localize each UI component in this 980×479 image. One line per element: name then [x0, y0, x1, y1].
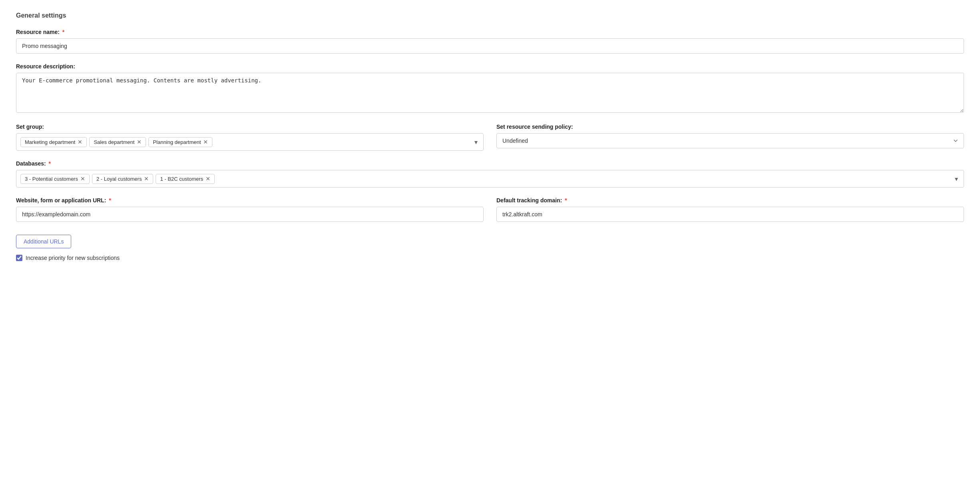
tracking-domain-required: * — [565, 197, 567, 204]
resource-description-input[interactable] — [16, 73, 964, 113]
tag-sales: Sales department ✕ — [89, 137, 146, 147]
tag-sales-label: Sales department — [94, 139, 134, 145]
tag-planning: Planning department ✕ — [148, 137, 212, 147]
databases-required: * — [49, 160, 51, 167]
group-policy-row: Set group: Marketing department ✕ Sales … — [16, 124, 964, 160]
tag-b2c-customers: 1 - B2C customers ✕ — [156, 174, 215, 184]
additional-urls-wrapper: Additional URLs — [16, 232, 964, 248]
tag-sales-close[interactable]: ✕ — [137, 139, 142, 145]
resource-name-label: Resource name: * — [16, 29, 964, 35]
section-title: General settings — [16, 12, 964, 19]
tag-potential-label: 3 - Potential customers — [25, 176, 78, 182]
set-group-group: Set group: Marketing department ✕ Sales … — [16, 124, 484, 151]
databases-dropdown-arrow[interactable]: ▾ — [953, 175, 960, 183]
resource-description-label: Resource description: — [16, 63, 964, 70]
tag-planning-label: Planning department — [153, 139, 201, 145]
increase-priority-row: Increase priority for new subscriptions — [16, 255, 964, 261]
sending-policy-select-wrapper: Undefined Custom policy 1 Custom policy … — [496, 133, 964, 148]
resource-description-group: Resource description: — [16, 63, 964, 114]
tag-marketing-close[interactable]: ✕ — [78, 139, 82, 145]
url-tracking-row: Website, form or application URL: * Defa… — [16, 197, 964, 232]
sending-policy-select[interactable]: Undefined Custom policy 1 Custom policy … — [496, 133, 964, 148]
tag-planning-close[interactable]: ✕ — [203, 139, 208, 145]
sending-policy-group: Set resource sending policy: Undefined C… — [496, 124, 964, 151]
resource-name-required: * — [62, 29, 64, 35]
tracking-domain-group: Default tracking domain: * — [496, 197, 964, 222]
tag-loyal-label: 2 - Loyal customers — [96, 176, 142, 182]
tag-potential-close[interactable]: ✕ — [80, 176, 85, 182]
additional-urls-button[interactable]: Additional URLs — [16, 235, 71, 248]
tracking-domain-label: Default tracking domain: * — [496, 197, 964, 204]
website-url-label: Website, form or application URL: * — [16, 197, 484, 204]
databases-group: Databases: * 3 - Potential customers ✕ 2… — [16, 160, 964, 188]
tag-potential-customers: 3 - Potential customers ✕ — [20, 174, 90, 184]
tracking-domain-input[interactable] — [496, 207, 964, 222]
databases-tags: 3 - Potential customers ✕ 2 - Loyal cust… — [20, 174, 951, 184]
databases-label: Databases: * — [16, 160, 964, 167]
website-url-input[interactable] — [16, 207, 484, 222]
increase-priority-checkbox[interactable] — [16, 255, 22, 261]
tag-marketing: Marketing department ✕ — [20, 137, 87, 147]
sending-policy-label: Set resource sending policy: — [496, 124, 964, 130]
website-url-required: * — [109, 197, 111, 204]
set-group-input[interactable]: Marketing department ✕ Sales department … — [16, 133, 484, 151]
resource-name-input[interactable] — [16, 38, 964, 54]
tag-loyal-close[interactable]: ✕ — [144, 176, 149, 182]
tag-b2c-close[interactable]: ✕ — [206, 176, 210, 182]
website-url-group: Website, form or application URL: * — [16, 197, 484, 222]
resource-name-group: Resource name: * — [16, 29, 964, 54]
increase-priority-label: Increase priority for new subscriptions — [26, 255, 120, 261]
tag-marketing-label: Marketing department — [25, 139, 75, 145]
set-group-dropdown-arrow[interactable]: ▾ — [473, 138, 479, 146]
tag-b2c-label: 1 - B2C customers — [160, 176, 203, 182]
databases-input[interactable]: 3 - Potential customers ✕ 2 - Loyal cust… — [16, 170, 964, 188]
set-group-label: Set group: — [16, 124, 484, 130]
tag-loyal-customers: 2 - Loyal customers ✕ — [92, 174, 153, 184]
